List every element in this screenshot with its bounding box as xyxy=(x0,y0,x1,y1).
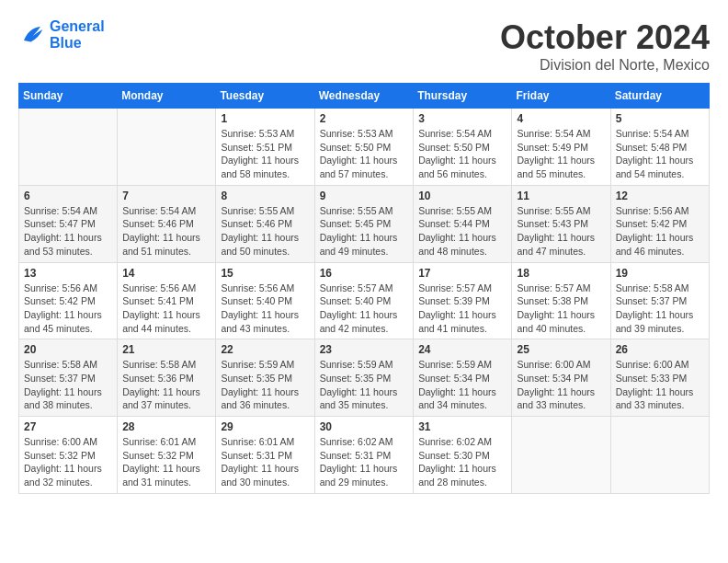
day-info: Sunrise: 5:57 AMSunset: 5:38 PMDaylight:… xyxy=(517,282,605,336)
day-info: Sunrise: 5:56 AMSunset: 5:42 PMDaylight:… xyxy=(616,204,704,259)
day-number: 28 xyxy=(122,420,210,433)
calendar-cell: 2Sunrise: 5:53 AMSunset: 5:50 PMDaylight… xyxy=(314,109,414,186)
calendar-cell: 8Sunrise: 5:55 AMSunset: 5:46 PMDaylight… xyxy=(216,185,314,262)
day-info: Sunrise: 5:57 AMSunset: 5:39 PMDaylight:… xyxy=(418,282,506,336)
calendar-cell: 22Sunrise: 5:59 AMSunset: 5:35 PMDayligh… xyxy=(216,339,314,417)
calendar-cell: 20Sunrise: 5:58 AMSunset: 5:37 PMDayligh… xyxy=(19,339,118,417)
day-number: 8 xyxy=(221,190,309,202)
calendar-week-row: 6Sunrise: 5:54 AMSunset: 5:47 PMDaylight… xyxy=(19,185,710,262)
day-number: 19 xyxy=(616,267,704,280)
day-info: Sunrise: 6:02 AMSunset: 5:31 PMDaylight:… xyxy=(320,435,409,489)
calendar-header-row: Sunday Monday Tuesday Wednesday Thursday… xyxy=(19,84,710,109)
calendar-cell: 9Sunrise: 5:55 AMSunset: 5:45 PMDaylight… xyxy=(314,185,414,262)
day-info: Sunrise: 5:58 AMSunset: 5:36 PMDaylight:… xyxy=(122,358,210,412)
day-info: Sunrise: 5:59 AMSunset: 5:35 PMDaylight:… xyxy=(221,358,309,412)
day-info: Sunrise: 5:56 AMSunset: 5:42 PMDaylight:… xyxy=(24,282,112,336)
day-number: 17 xyxy=(418,267,506,280)
calendar-cell: 14Sunrise: 5:56 AMSunset: 5:41 PMDayligh… xyxy=(118,262,216,339)
calendar-cell: 16Sunrise: 5:57 AMSunset: 5:40 PMDayligh… xyxy=(314,262,414,339)
calendar-cell: 11Sunrise: 5:55 AMSunset: 5:43 PMDayligh… xyxy=(512,185,610,262)
day-number: 6 xyxy=(24,190,112,202)
title-area: October 2024 Division del Norte, Mexico xyxy=(500,18,710,74)
calendar-cell: 12Sunrise: 5:56 AMSunset: 5:42 PMDayligh… xyxy=(610,185,709,262)
location-subtitle: Division del Norte, Mexico xyxy=(500,57,710,74)
day-info: Sunrise: 6:00 AMSunset: 5:34 PMDaylight:… xyxy=(517,358,605,412)
day-info: Sunrise: 5:57 AMSunset: 5:40 PMDaylight:… xyxy=(320,282,409,336)
calendar-cell: 28Sunrise: 6:01 AMSunset: 5:32 PMDayligh… xyxy=(118,417,216,494)
day-info: Sunrise: 5:56 AMSunset: 5:40 PMDaylight:… xyxy=(221,282,309,336)
day-info: Sunrise: 6:00 AMSunset: 5:32 PMDaylight:… xyxy=(24,435,112,489)
calendar-cell: 4Sunrise: 5:54 AMSunset: 5:49 PMDaylight… xyxy=(512,109,610,186)
day-number: 5 xyxy=(616,112,704,125)
day-info: Sunrise: 5:54 AMSunset: 5:47 PMDaylight:… xyxy=(24,204,112,259)
day-number: 30 xyxy=(320,420,409,433)
month-title: October 2024 xyxy=(500,18,710,57)
day-number: 22 xyxy=(221,343,309,356)
day-number: 2 xyxy=(320,112,409,125)
day-number: 20 xyxy=(24,343,112,356)
day-info: Sunrise: 5:58 AMSunset: 5:37 PMDaylight:… xyxy=(616,282,704,336)
logo-text: General Blue xyxy=(50,18,105,52)
header: General Blue October 2024 Division del N… xyxy=(18,18,710,74)
day-info: Sunrise: 5:54 AMSunset: 5:50 PMDaylight:… xyxy=(418,127,506,181)
calendar-cell: 15Sunrise: 5:56 AMSunset: 5:40 PMDayligh… xyxy=(216,262,314,339)
logo-icon xyxy=(18,21,46,49)
calendar-cell xyxy=(512,417,610,494)
day-number: 7 xyxy=(122,190,210,202)
day-number: 14 xyxy=(122,267,210,280)
day-info: Sunrise: 5:53 AMSunset: 5:50 PMDaylight:… xyxy=(320,127,409,181)
calendar-table: Sunday Monday Tuesday Wednesday Thursday… xyxy=(18,83,710,494)
day-number: 21 xyxy=(122,343,210,356)
day-number: 18 xyxy=(517,267,605,280)
calendar-cell: 1Sunrise: 5:53 AMSunset: 5:51 PMDaylight… xyxy=(216,109,314,186)
day-number: 29 xyxy=(221,420,309,433)
day-info: Sunrise: 6:01 AMSunset: 5:31 PMDaylight:… xyxy=(221,435,309,489)
logo: General Blue xyxy=(18,18,105,52)
calendar-cell: 5Sunrise: 5:54 AMSunset: 5:48 PMDaylight… xyxy=(610,109,709,186)
col-sunday: Sunday xyxy=(19,84,118,109)
day-number: 25 xyxy=(517,343,605,356)
day-number: 4 xyxy=(517,112,605,125)
calendar-cell: 29Sunrise: 6:01 AMSunset: 5:31 PMDayligh… xyxy=(216,417,314,494)
day-info: Sunrise: 5:55 AMSunset: 5:45 PMDaylight:… xyxy=(320,204,409,259)
day-info: Sunrise: 5:55 AMSunset: 5:46 PMDaylight:… xyxy=(221,204,309,259)
day-info: Sunrise: 6:00 AMSunset: 5:33 PMDaylight:… xyxy=(616,358,704,412)
calendar-cell: 17Sunrise: 5:57 AMSunset: 5:39 PMDayligh… xyxy=(414,262,512,339)
calendar-week-row: 27Sunrise: 6:00 AMSunset: 5:32 PMDayligh… xyxy=(19,417,710,494)
col-saturday: Saturday xyxy=(610,84,709,109)
calendar-cell xyxy=(19,109,118,186)
day-number: 15 xyxy=(221,267,309,280)
day-info: Sunrise: 5:58 AMSunset: 5:37 PMDaylight:… xyxy=(24,358,112,412)
calendar-cell: 21Sunrise: 5:58 AMSunset: 5:36 PMDayligh… xyxy=(118,339,216,417)
calendar-cell: 23Sunrise: 5:59 AMSunset: 5:35 PMDayligh… xyxy=(314,339,414,417)
day-info: Sunrise: 5:53 AMSunset: 5:51 PMDaylight:… xyxy=(221,127,309,181)
calendar-cell: 24Sunrise: 5:59 AMSunset: 5:34 PMDayligh… xyxy=(414,339,512,417)
calendar-cell: 18Sunrise: 5:57 AMSunset: 5:38 PMDayligh… xyxy=(512,262,610,339)
day-info: Sunrise: 5:59 AMSunset: 5:34 PMDaylight:… xyxy=(418,358,506,412)
day-info: Sunrise: 6:01 AMSunset: 5:32 PMDaylight:… xyxy=(122,435,210,489)
day-number: 31 xyxy=(418,420,506,433)
day-number: 12 xyxy=(616,190,704,202)
day-number: 26 xyxy=(616,343,704,356)
day-number: 1 xyxy=(221,112,309,125)
calendar-cell: 26Sunrise: 6:00 AMSunset: 5:33 PMDayligh… xyxy=(610,339,709,417)
day-number: 23 xyxy=(320,343,409,356)
day-info: Sunrise: 5:54 AMSunset: 5:48 PMDaylight:… xyxy=(616,127,704,181)
calendar-cell: 31Sunrise: 6:02 AMSunset: 5:30 PMDayligh… xyxy=(414,417,512,494)
col-friday: Friday xyxy=(512,84,610,109)
calendar-cell: 3Sunrise: 5:54 AMSunset: 5:50 PMDaylight… xyxy=(414,109,512,186)
day-number: 3 xyxy=(418,112,506,125)
day-number: 9 xyxy=(320,190,409,202)
calendar-cell: 19Sunrise: 5:58 AMSunset: 5:37 PMDayligh… xyxy=(610,262,709,339)
day-number: 13 xyxy=(24,267,112,280)
calendar-cell: 27Sunrise: 6:00 AMSunset: 5:32 PMDayligh… xyxy=(19,417,118,494)
day-info: Sunrise: 6:02 AMSunset: 5:30 PMDaylight:… xyxy=(418,435,506,489)
calendar-cell: 25Sunrise: 6:00 AMSunset: 5:34 PMDayligh… xyxy=(512,339,610,417)
calendar-cell: 7Sunrise: 5:54 AMSunset: 5:46 PMDaylight… xyxy=(118,185,216,262)
day-info: Sunrise: 5:55 AMSunset: 5:43 PMDaylight:… xyxy=(517,204,605,259)
day-number: 11 xyxy=(517,190,605,202)
day-info: Sunrise: 5:59 AMSunset: 5:35 PMDaylight:… xyxy=(320,358,409,412)
col-wednesday: Wednesday xyxy=(314,84,414,109)
day-info: Sunrise: 5:54 AMSunset: 5:46 PMDaylight:… xyxy=(122,204,210,259)
calendar-week-row: 13Sunrise: 5:56 AMSunset: 5:42 PMDayligh… xyxy=(19,262,710,339)
